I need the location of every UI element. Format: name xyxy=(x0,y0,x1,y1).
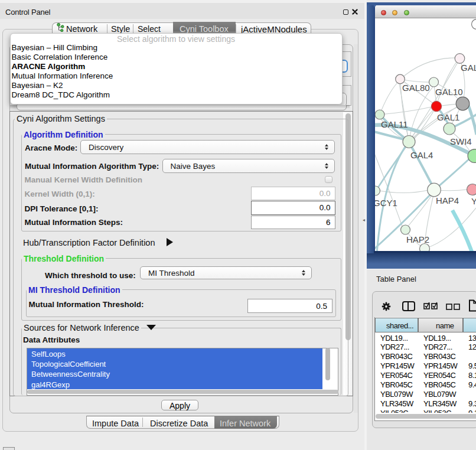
svg-text:SWI4: SWI4 xyxy=(450,136,472,146)
svg-text:Y: Y xyxy=(471,196,476,206)
svg-text:GCY1: GCY1 xyxy=(375,198,397,208)
svg-text:GAL7: GAL7 xyxy=(461,63,476,73)
svg-text:GAL80: GAL80 xyxy=(402,83,430,93)
svg-text:GAL11: GAL11 xyxy=(381,119,408,129)
svg-text:HAP2: HAP2 xyxy=(406,234,429,244)
svg-text:HAP4: HAP4 xyxy=(436,195,459,206)
svg-text:GAL10: GAL10 xyxy=(435,87,463,97)
svg-text:GAL4: GAL4 xyxy=(410,150,433,160)
svg-text:GAL1: GAL1 xyxy=(437,112,459,122)
